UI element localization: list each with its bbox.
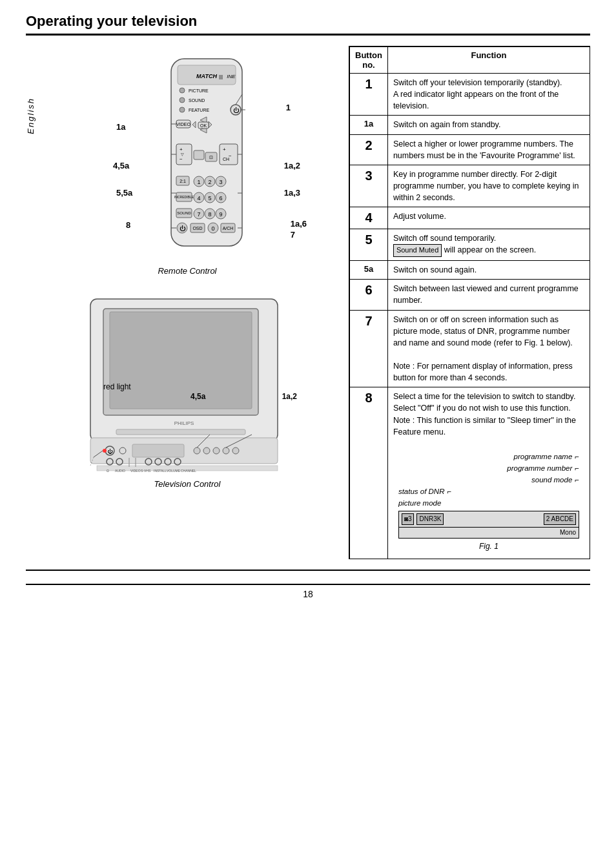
desc-8: Select a time for the television to swit… xyxy=(387,387,590,559)
table-row: 7 Switch on or off on screen information… xyxy=(350,310,590,387)
svg-text:6: 6 xyxy=(219,195,222,201)
fig1-label-picture-mode: picture mode xyxy=(398,498,579,508)
desc-4: Adjust volume. xyxy=(387,207,590,229)
svg-text:OSD: OSD xyxy=(192,226,202,231)
fig1-area: programme name ⌐ programme number ⌐ soun… xyxy=(393,443,584,555)
btn-no-7: 7 xyxy=(350,310,388,387)
tv-label-45a: 4,5a xyxy=(190,392,205,401)
svg-text:VIDEO: VIDEO xyxy=(130,469,141,473)
remote-label-1: 1 xyxy=(286,103,291,112)
svg-point-104 xyxy=(103,449,107,453)
svg-text:5: 5 xyxy=(208,195,211,201)
svg-text:1: 1 xyxy=(197,179,200,185)
fig1-screen-item-2: DNR3K xyxy=(416,513,444,525)
svg-point-85 xyxy=(213,447,220,454)
fig1-screen: ◙3 DNR3K 2 ABCDE xyxy=(398,511,579,528)
svg-rect-77 xyxy=(116,429,245,435)
col-button-header: Button no. xyxy=(350,47,388,74)
svg-text:INE: INE xyxy=(227,74,236,79)
table-row: 5 Switch off sound temporarily.Sound Mut… xyxy=(350,229,590,261)
desc-1a: Switch on again from standby. xyxy=(387,116,590,134)
svg-rect-82 xyxy=(132,444,184,457)
remote-label-1a: 1a xyxy=(116,122,125,132)
function-table: Button no. Function 1 Switch off your te… xyxy=(349,46,590,559)
btn-no-5a: 5a xyxy=(350,261,388,280)
svg-rect-7 xyxy=(180,98,185,103)
svg-text:7: 7 xyxy=(197,211,200,218)
svg-text:⏻: ⏻ xyxy=(233,107,240,114)
svg-text:2: 2 xyxy=(208,179,211,185)
remote-label-8: 8 xyxy=(126,220,130,230)
fig1-label-sound-mode: sound mode ⌐ xyxy=(398,475,579,485)
svg-text:+: + xyxy=(223,147,226,152)
table-row: 4 Adjust volume. xyxy=(350,207,590,229)
svg-rect-26 xyxy=(194,150,204,159)
desc-5a: Switch on sound again. xyxy=(387,261,590,280)
svg-point-87 xyxy=(232,447,239,454)
svg-text:INCREDIBLE: INCREDIBLE xyxy=(174,195,194,199)
svg-text:3: 3 xyxy=(219,179,222,185)
svg-text:−: − xyxy=(180,156,183,162)
desc-5: Switch off sound temporarily.Sound Muted… xyxy=(387,229,590,261)
svg-text:INSTALL: INSTALL xyxy=(154,469,167,473)
btn-no-6: 6 xyxy=(350,280,388,310)
svg-text:CHANNEL: CHANNEL xyxy=(181,469,196,473)
page-title: Operating your television xyxy=(26,13,590,30)
svg-rect-5 xyxy=(180,88,185,93)
col-function-header: Function xyxy=(387,47,590,74)
btn-no-1: 1 xyxy=(350,74,388,116)
table-row: 2 Select a higher or lower programme num… xyxy=(350,134,590,165)
desc-6: Switch between last viewed and current p… xyxy=(387,280,590,310)
desc-3: Key in programme number directly. For 2-… xyxy=(387,165,590,207)
tv-caption: Television Control xyxy=(154,479,221,489)
svg-text:S-VHS: S-VHS xyxy=(141,469,151,473)
btn-no-4: 4 xyxy=(350,207,388,229)
remote-label-1a2: 1a,2 xyxy=(284,161,300,170)
svg-rect-75 xyxy=(110,312,252,409)
svg-text:4: 4 xyxy=(197,195,200,201)
svg-text:A/CH: A/CH xyxy=(223,226,234,231)
svg-text:PHILIPS: PHILIPS xyxy=(174,420,194,426)
table-row: 1a Switch on again from standby. xyxy=(350,116,590,134)
svg-text:SOUND: SOUND xyxy=(177,211,191,215)
svg-text:VIDEO: VIDEO xyxy=(176,122,190,127)
btn-no-3: 3 xyxy=(350,165,388,207)
fig1-label-programme-name: programme name ⌐ xyxy=(398,451,579,462)
remote-label-1a6-7: 1a,67 xyxy=(291,219,307,241)
btn-no-1a: 1a xyxy=(350,116,388,134)
svg-point-84 xyxy=(203,447,210,454)
svg-text:⊡: ⊡ xyxy=(209,155,213,159)
svg-point-83 xyxy=(194,447,200,454)
fig1-screen-mono: Mono xyxy=(398,528,579,539)
fig1-label-status-dnr: status of DNR ⌐ xyxy=(398,486,579,497)
svg-text:MATCH: MATCH xyxy=(196,73,217,79)
svg-text:⏻: ⏻ xyxy=(107,449,113,455)
red-light-label: red light xyxy=(103,382,131,391)
svg-rect-9 xyxy=(180,107,185,112)
svg-text:|||: ||| xyxy=(219,74,223,79)
fig1-label-programme-number: programme number ⌐ xyxy=(398,463,579,473)
svg-rect-22 xyxy=(176,144,192,165)
svg-text:OK: OK xyxy=(200,123,207,128)
svg-text:Ω: Ω xyxy=(107,469,109,473)
desc-2: Select a higher or lower programme numbe… xyxy=(387,134,590,165)
remote-label-45a: 4,5a xyxy=(113,161,129,170)
svg-text:AUDIO: AUDIO xyxy=(115,469,125,473)
tv-label-1a2: 1a,2 xyxy=(282,392,297,401)
svg-text:+: + xyxy=(180,147,183,152)
svg-text:PICTURE: PICTURE xyxy=(189,88,209,93)
table-row: 3 Key in programme number directly. For … xyxy=(350,165,590,207)
svg-point-86 xyxy=(223,447,229,454)
page-number: 18 xyxy=(26,584,590,599)
svg-text:9: 9 xyxy=(219,211,222,218)
svg-text:VOLUME: VOLUME xyxy=(167,469,181,473)
fig1-caption: Fig. 1 xyxy=(398,541,579,552)
sound-muted-indicator: Sound Muted xyxy=(393,244,442,257)
desc-7: Switch on or off on screen information s… xyxy=(387,310,590,387)
svg-text:8: 8 xyxy=(208,211,211,218)
table-row: 1 Switch off your television temporarily… xyxy=(350,74,590,116)
svg-text:2:1: 2:1 xyxy=(180,179,186,183)
fig1-screen-item-3: 2 ABCDE xyxy=(544,513,576,525)
remote-control-image: MATCH ||| INE PICTURE SOUND FEATURE xyxy=(136,52,278,259)
remote-label-55a: 5,5a xyxy=(116,188,132,198)
